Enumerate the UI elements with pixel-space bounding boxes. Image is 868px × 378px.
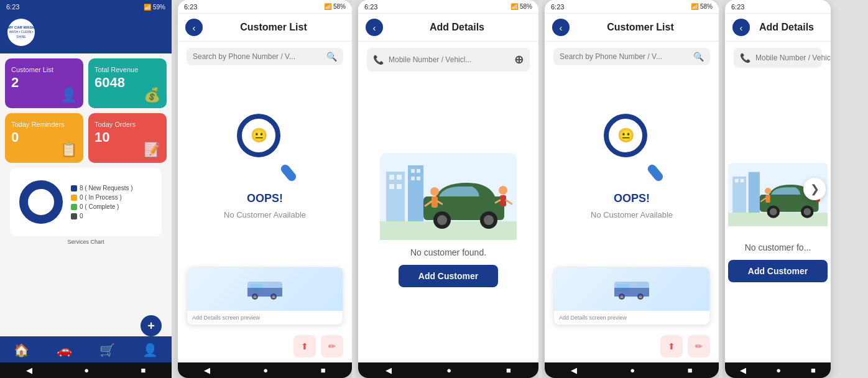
wifi-icon2: 📶	[324, 3, 331, 10]
customer-list-card[interactable]: Customer List 2 👤	[5, 58, 83, 108]
bottom-nav: 🏠 🚗 🛒 👤	[0, 336, 172, 362]
legend-dot-green	[71, 204, 77, 210]
phone5: 6:23 ‹ Add Details 📞	[725, 0, 831, 378]
phone3-input-bar[interactable]: 📞 ⊕	[367, 48, 530, 71]
phone5-mobile-input[interactable]	[755, 53, 831, 62]
phone3-empty-state: No customer found. Add Customer	[358, 78, 538, 362]
phone2-statusbar: 6:23 📶 58%	[178, 0, 352, 14]
phone2-preview-card: Add Details screen preview	[187, 267, 343, 325]
svg-point-29	[499, 186, 507, 195]
android-recents[interactable]: ■	[141, 366, 145, 375]
phone3-status-icons: 📶 58%	[510, 3, 532, 10]
android-recents5[interactable]: ■	[811, 366, 816, 375]
app-logo: MY CAR WASH WASH • CLEAN • SHINE	[7, 19, 35, 46]
phone3-android-nav: ◀ ● ■	[358, 362, 538, 378]
total-revenue-card[interactable]: Total Revenue 6048 💰	[88, 58, 167, 108]
phone5-empty-state: No customer fo... Add Customer	[725, 74, 831, 362]
phone4: 6:23 📶 58% ‹ Customer List 🔍 😐 OOPS! No …	[545, 0, 719, 378]
fab-button[interactable]: +	[141, 315, 162, 336]
phone3-mobile-input[interactable]	[389, 55, 509, 64]
phone3-add-customer-button[interactable]: Add Customer	[399, 265, 498, 287]
nav-cart[interactable]: 🛒	[99, 343, 115, 357]
android-back5[interactable]: ◀	[740, 366, 746, 375]
phone4-empty-state: 😐 OOPS! No Customer Available	[545, 71, 719, 262]
phone1-time: 6:23	[6, 3, 19, 11]
customer-list-value: 2	[11, 75, 19, 91]
nav-profile[interactable]: 👤	[142, 343, 158, 357]
android-home4[interactable]: ●	[630, 366, 635, 375]
phone5-no-customer: No customer fo...	[745, 242, 811, 252]
wifi-icon4: 📶	[691, 3, 698, 10]
phone4-back-button[interactable]: ‹	[552, 19, 570, 36]
svg-rect-15	[411, 169, 415, 173]
android-home2[interactable]: ●	[263, 366, 268, 375]
phone4-search-icon: 🔍	[693, 52, 704, 62]
android-recents4[interactable]: ■	[688, 366, 693, 375]
nav-car[interactable]: 🚗	[57, 343, 72, 357]
magnify-handle4	[646, 163, 665, 183]
phone3-time: 6:23	[364, 3, 377, 11]
phone4-statusbar: 6:23 📶 58%	[545, 0, 719, 14]
phone2-search-input[interactable]	[193, 52, 321, 61]
svg-rect-14	[408, 165, 423, 221]
svg-rect-39	[614, 288, 649, 297]
preview-card-body4: Add Details screen preview	[554, 311, 709, 325]
chart-title: Services Chart	[5, 239, 167, 245]
android-home[interactable]: ●	[84, 366, 89, 375]
phone2: 6:23 📶 58% ‹ Customer List 🔍 😐 OOPS! No …	[178, 0, 352, 378]
phone4-search-input[interactable]	[560, 52, 688, 61]
phone2-share-button[interactable]: ⬆	[293, 335, 316, 357]
phone2-status-icons: 📶 58%	[324, 3, 346, 10]
phone2-empty-state: 😐 OOPS! No Customer Available	[178, 71, 352, 262]
preview-card-image	[187, 267, 343, 311]
svg-point-25	[430, 187, 439, 196]
next-arrow[interactable]: ❯	[803, 178, 826, 200]
phone2-back-button[interactable]: ‹	[185, 19, 203, 36]
svg-point-0	[24, 185, 58, 219]
android-back2[interactable]: ◀	[204, 366, 210, 375]
phone5-input-bar[interactable]: 📞	[734, 48, 822, 68]
phone5-android-nav: ◀ ● ■	[725, 362, 831, 378]
svg-point-51	[765, 188, 771, 194]
android-recents3[interactable]: ■	[506, 366, 511, 375]
svg-rect-11	[397, 175, 402, 180]
phone5-add-customer-button[interactable]: Add Customer	[728, 260, 828, 282]
magnify-face4: 😐	[617, 127, 634, 144]
phone4-topbar: ‹ Customer List	[545, 14, 719, 42]
svg-rect-43	[741, 179, 744, 183]
phone3-back-button[interactable]: ‹	[366, 19, 383, 36]
chart-legend: 8 ( New Requests ) 0 ( In Process ) 0 ( …	[71, 185, 133, 219]
legend-in-process: 0 ( In Process )	[71, 194, 133, 201]
revenue-icon: 💰	[144, 87, 160, 103]
today-reminders-card[interactable]: Today Reminders 0 📋	[5, 113, 83, 163]
android-home5[interactable]: ●	[776, 366, 781, 375]
phone2-search-bar[interactable]: 🔍	[187, 48, 343, 65]
phone3-statusbar: 6:23 📶 58%	[358, 0, 538, 14]
android-back[interactable]: ◀	[26, 366, 32, 375]
svg-rect-18	[417, 177, 420, 180]
phone4-preview-actions: ⬆ ✏	[545, 330, 719, 362]
svg-rect-52	[765, 195, 770, 203]
phone2-edit-button[interactable]: ✏	[321, 335, 343, 357]
nav-home[interactable]: 🏠	[14, 343, 29, 357]
phone5-back-button[interactable]: ‹	[732, 19, 750, 36]
today-orders-label: Today Orders	[95, 121, 136, 128]
android-back4[interactable]: ◀	[571, 366, 577, 375]
android-back3[interactable]: ◀	[386, 366, 392, 375]
magnify-circle4: 😐	[604, 114, 647, 157]
wifi-icon: 📶	[144, 4, 151, 11]
phone5-time: 6:23	[731, 3, 744, 11]
phone3-add-icon[interactable]: ⊕	[514, 53, 524, 67]
phone4-share-button[interactable]: ⬆	[660, 335, 683, 357]
android-recents2[interactable]: ■	[321, 366, 326, 375]
svg-rect-7	[247, 288, 282, 297]
magnify-circle: 😐	[237, 114, 280, 157]
today-orders-card[interactable]: Today Orders 10 📝	[88, 113, 167, 163]
legend-dot-blue	[71, 185, 77, 191]
android-home3[interactable]: ●	[446, 366, 451, 375]
phone1-statusbar: 6:23 📶 59%	[0, 0, 172, 14]
legend-new-requests-label: 8 ( New Requests )	[80, 185, 133, 191]
phone4-search-bar[interactable]: 🔍	[553, 48, 710, 65]
phone4-time: 6:23	[551, 3, 564, 11]
phone4-edit-button[interactable]: ✏	[688, 335, 710, 357]
